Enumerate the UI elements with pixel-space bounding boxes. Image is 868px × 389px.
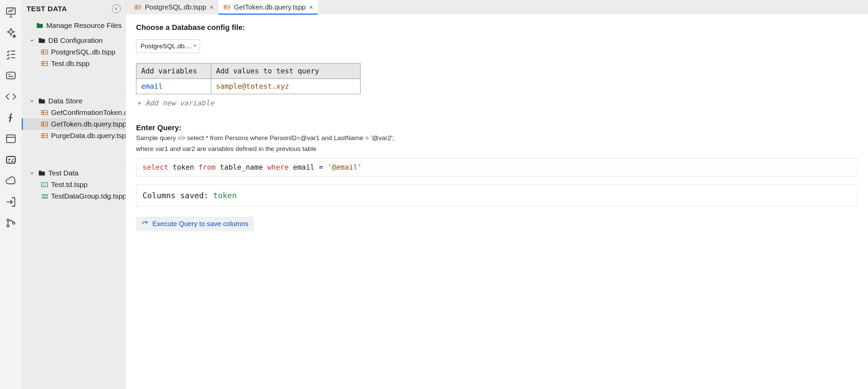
svg-rect-17: [44, 197, 48, 199]
tree-item-postgresql[interactable]: PostgreSQL.db.tspp: [22, 46, 126, 58]
activity-code-icon[interactable]: [3, 88, 19, 105]
activity-presentation-icon[interactable]: [3, 4, 19, 20]
tree-item-gettoken[interactable]: GetToken.db.query.tspp: [22, 118, 126, 130]
execute-query-button[interactable]: Execute Query to save columns: [136, 217, 254, 231]
chevron-down-icon: [29, 98, 35, 104]
activity-cloud-icon[interactable]: [3, 173, 19, 189]
db-select-value: PostgreSQL.db....: [140, 43, 192, 50]
close-icon[interactable]: ×: [210, 3, 214, 11]
side-panel-header: TEST DATA: [22, 0, 126, 18]
activity-bar: [0, 0, 22, 389]
manage-label: Manage Resource Files: [46, 21, 122, 30]
execute-query-label: Execute Query to save columns: [152, 220, 248, 228]
tree-item-testdb[interactable]: Test.db.tspp: [22, 58, 126, 69]
tab-postgresql[interactable]: PostgreSQL.db.tspp ×: [129, 0, 218, 14]
tab-gettoken[interactable]: GetToken.db.query.tspp ×: [218, 0, 318, 14]
query-rest: email =: [289, 163, 328, 171]
table-row[interactable]: email sample@totest.xyz: [136, 79, 361, 94]
tree-item-label: PurgeData.db.query.tspp: [51, 132, 126, 140]
folder-icon: [38, 37, 46, 44]
activity-window-icon[interactable]: [3, 131, 19, 147]
svg-point-14: [42, 194, 44, 196]
db-file-icon: [41, 109, 48, 116]
activity-spark-icon[interactable]: [3, 25, 19, 41]
db-file-icon: [41, 61, 48, 67]
sample-query-line1: Sample query => select * from Persons wh…: [136, 134, 858, 142]
kw-select: select: [143, 163, 168, 171]
chevron-down-icon: [192, 43, 198, 50]
chevron-down-icon: [29, 170, 35, 176]
tree-item-testtd[interactable]: Test.td.tspp: [22, 179, 126, 190]
tree-item-label: GetToken.db.query.tspp: [51, 120, 126, 128]
db-file-icon: [223, 4, 231, 10]
activity-function-icon[interactable]: [3, 109, 19, 126]
collapse-panel-icon[interactable]: [112, 4, 121, 13]
svg-rect-2: [6, 135, 15, 143]
activity-form-icon[interactable]: [3, 67, 19, 84]
editor-area: PostgreSQL.db.tspp × GetToken.db.query.t…: [126, 0, 868, 389]
activity-checklist-icon[interactable]: [3, 46, 19, 63]
folder-icon: [36, 22, 44, 29]
kw-where: where: [267, 163, 289, 171]
add-variable-button[interactable]: + Add new variable: [137, 99, 214, 107]
var-val-cell[interactable]: sample@totest.xyz: [211, 79, 361, 94]
svg-rect-3: [6, 156, 15, 163]
enter-query-title: Enter Query:: [136, 123, 858, 132]
db-file-icon: [134, 4, 141, 10]
folder-icon: [38, 170, 46, 176]
tab-bar: PostgreSQL.db.tspp × GetToken.db.query.t…: [126, 0, 868, 14]
svg-point-15: [42, 197, 44, 199]
tab-label: PostgreSQL.db.tspp: [145, 3, 206, 11]
db-file-icon: [41, 49, 48, 55]
kw-from: from: [198, 163, 216, 171]
columns-saved-box: Columns saved: token: [136, 185, 858, 206]
svg-rect-13: [41, 183, 48, 187]
choose-db-title: Choose a Database config file:: [136, 23, 858, 32]
svg-point-5: [7, 219, 9, 221]
chevron-down-icon: [29, 37, 35, 44]
side-panel-title: TEST DATA: [27, 5, 67, 13]
tdg-file-icon: [41, 193, 48, 199]
svg-rect-16: [44, 194, 48, 196]
tree-item-getconfirmationtoken[interactable]: GetConfirmationToken.db.que: [22, 107, 126, 118]
columns-saved-value: token: [213, 191, 237, 200]
svg-point-6: [7, 225, 9, 227]
activity-import-icon[interactable]: [3, 194, 19, 210]
query-token: token: [168, 163, 199, 171]
var-key-cell[interactable]: email: [136, 79, 211, 94]
vars-header-val: Add values to test query: [211, 64, 361, 79]
db-config-select[interactable]: PostgreSQL.db....: [136, 39, 200, 53]
tree-item-label: GetConfirmationToken.db.que: [51, 108, 126, 117]
sample-query-line2: where var1 and var2 are variables define…: [136, 145, 858, 153]
tab-label: GetToken.db.query.tspp: [234, 3, 306, 11]
columns-saved-label: Columns saved:: [143, 191, 213, 200]
manage-resource-files[interactable]: Manage Resource Files: [22, 20, 126, 31]
resource-tree: Manage Resource Files DB Configuration P…: [22, 18, 126, 202]
td-file-icon: [41, 182, 48, 188]
close-icon[interactable]: ×: [309, 3, 313, 11]
refresh-icon: [141, 220, 149, 228]
tree-item-testdatagroup[interactable]: TestDataGroup.tdg.tspp: [22, 190, 126, 202]
svg-point-4: [12, 159, 13, 160]
folder-icon: [38, 98, 46, 104]
query-input[interactable]: select token from table_name where email…: [136, 158, 858, 176]
db-file-icon: [41, 133, 48, 139]
tree-item-purgedata[interactable]: PurgeData.db.query.tspp: [22, 130, 126, 141]
section-label: DB Configuration: [48, 36, 103, 45]
tree-item-label: TestDataGroup.tdg.tspp: [51, 192, 126, 200]
db-file-icon: [41, 121, 48, 127]
query-string: '@email': [328, 163, 362, 171]
activity-testdata-icon[interactable]: [3, 152, 19, 168]
section-db-configuration[interactable]: DB Configuration: [22, 35, 126, 46]
svg-rect-1: [6, 72, 15, 79]
section-data-store[interactable]: Data Store: [22, 95, 126, 107]
vars-header-key: Add variables: [136, 64, 211, 79]
section-test-data[interactable]: Test Data: [22, 167, 126, 179]
tree-item-label: PostgreSQL.db.tspp: [51, 48, 115, 56]
side-panel: TEST DATA Manage Resource Files DB Confi…: [22, 0, 126, 389]
query-table: table_name: [216, 163, 267, 171]
editor-body: Choose a Database config file: PostgreSQ…: [126, 14, 868, 389]
variables-table: Add variables Add values to test query e…: [136, 63, 361, 94]
activity-git-icon[interactable]: [3, 215, 19, 231]
tree-item-label: Test.db.tspp: [51, 60, 89, 68]
